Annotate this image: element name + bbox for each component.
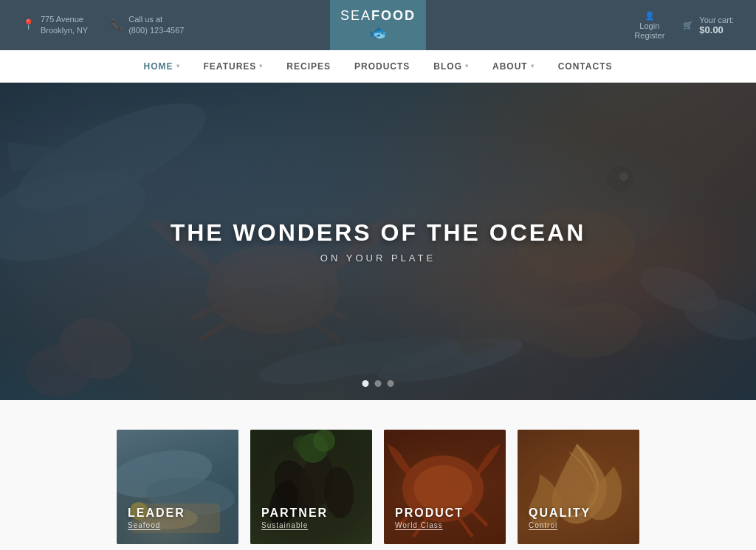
categories-section: LEADER Seafood PARTNER Sustainable xyxy=(0,400,756,550)
nav-home-arrow: ▾ xyxy=(176,63,180,69)
cart-icon: 🛒 xyxy=(683,21,693,30)
nav-home-label: HOME xyxy=(144,61,173,72)
cat-content-partner: PARTNER Sustainable xyxy=(261,506,328,529)
login-label[interactable]: Login xyxy=(639,21,659,30)
address-info: 📍 775 Avenue Brooklyn, NY xyxy=(22,14,88,37)
cart-label: Your cart: xyxy=(699,16,734,24)
cat-title-product: PRODUCT xyxy=(395,506,464,520)
nav-home[interactable]: HOME ▾ xyxy=(132,50,192,83)
nav-recipes-label: RECIPES xyxy=(286,61,331,72)
nav-products[interactable]: PRODUCTS xyxy=(343,50,422,83)
nav-bar: HOME ▾ FEATURES ▾ RECIPES PRODUCTS BLOG … xyxy=(0,50,756,83)
cat-title-partner: PARTNER xyxy=(261,506,328,520)
cat-card-quality[interactable]: QUALITY Control xyxy=(518,430,639,544)
phone-icon: 📞 xyxy=(110,18,123,32)
cat-sub-quality: Control xyxy=(529,521,591,529)
cat-content-product: PRODUCT World Class xyxy=(395,506,464,529)
cat-content-quality: QUALITY Control xyxy=(529,506,591,529)
logo-food: FOOD xyxy=(371,8,416,23)
top-bar-left: 📍 775 Avenue Brooklyn, NY 📞 Call us at (… xyxy=(22,14,184,37)
cat-card-leader[interactable]: LEADER Seafood xyxy=(117,430,238,544)
nav-blog[interactable]: BLOG ▾ xyxy=(422,50,481,83)
cat-sub-product: World Class xyxy=(395,521,464,529)
user-icon: 👤 xyxy=(645,11,655,21)
hero-title: THE WONDERS OF THE OCEAN xyxy=(171,219,586,247)
cat-sub-partner: Sustainable xyxy=(261,521,328,529)
phone-info: 📞 Call us at (800) 123-4567 xyxy=(110,14,184,37)
hero-dot-3[interactable] xyxy=(388,380,394,387)
cat-title-leader: LEADER xyxy=(128,506,185,520)
cart-info: Your cart: $0.00 xyxy=(699,16,734,35)
login-register[interactable]: 👤 Login Register xyxy=(634,11,664,40)
cat-sub-leader: Seafood xyxy=(128,521,185,529)
nav-features[interactable]: FEATURES ▾ xyxy=(192,50,275,83)
nav-contacts-label: CONTACTS xyxy=(558,61,613,72)
nav-about[interactable]: ABOUT ▾ xyxy=(481,50,546,83)
address-text: 775 Avenue Brooklyn, NY xyxy=(41,14,88,37)
hero-text: THE WONDERS OF THE OCEAN ON YOUR PLATE xyxy=(171,219,586,264)
nav-contacts[interactable]: CONTACTS xyxy=(546,50,625,83)
hero-dot-1[interactable] xyxy=(362,380,369,387)
phone-label: Call us at xyxy=(128,14,184,25)
address-line2: Brooklyn, NY xyxy=(41,25,88,36)
hero-subtitle: ON YOUR PLATE xyxy=(171,252,586,264)
nav-about-arrow: ▾ xyxy=(531,63,535,69)
top-bar: 📍 775 Avenue Brooklyn, NY 📞 Call us at (… xyxy=(0,0,756,50)
cat-card-product[interactable]: PRODUCT World Class xyxy=(384,430,506,544)
fish-icon: 🐟 xyxy=(369,24,388,41)
cart-amount: $0.00 xyxy=(699,24,734,35)
address-line1: 775 Avenue xyxy=(41,14,88,25)
top-bar-right: 👤 Login Register 🛒 Your cart: $0.00 xyxy=(634,11,734,40)
phone-number: (800) 123-4567 xyxy=(128,25,184,36)
nav-features-label: FEATURES xyxy=(204,61,257,72)
nav-recipes[interactable]: RECIPES xyxy=(275,50,343,83)
nav-blog-arrow: ▾ xyxy=(465,63,469,69)
cat-content-leader: LEADER Seafood xyxy=(128,506,185,529)
cat-title-quality: QUALITY xyxy=(529,506,591,520)
hero-section: THE WONDERS OF THE OCEAN ON YOUR PLATE xyxy=(0,83,756,400)
nav-features-arrow: ▾ xyxy=(259,63,263,69)
location-icon: 📍 xyxy=(22,18,35,32)
logo[interactable]: SEAFOOD 🐟 xyxy=(330,0,426,50)
nav-products-label: PRODUCTS xyxy=(354,61,410,72)
cat-card-partner[interactable]: PARTNER Sustainable xyxy=(250,430,372,544)
register-label[interactable]: Register xyxy=(634,31,664,40)
cart[interactable]: 🛒 Your cart: $0.00 xyxy=(683,16,734,35)
phone-text: Call us at (800) 123-4567 xyxy=(128,14,184,37)
hero-dots xyxy=(362,380,394,387)
nav-about-label: ABOUT xyxy=(492,61,528,72)
nav-blog-label: BLOG xyxy=(433,61,462,72)
logo-text: SEAFOOD xyxy=(340,9,416,22)
logo-sea: SEA xyxy=(340,8,371,23)
hero-dot-2[interactable] xyxy=(375,380,382,387)
